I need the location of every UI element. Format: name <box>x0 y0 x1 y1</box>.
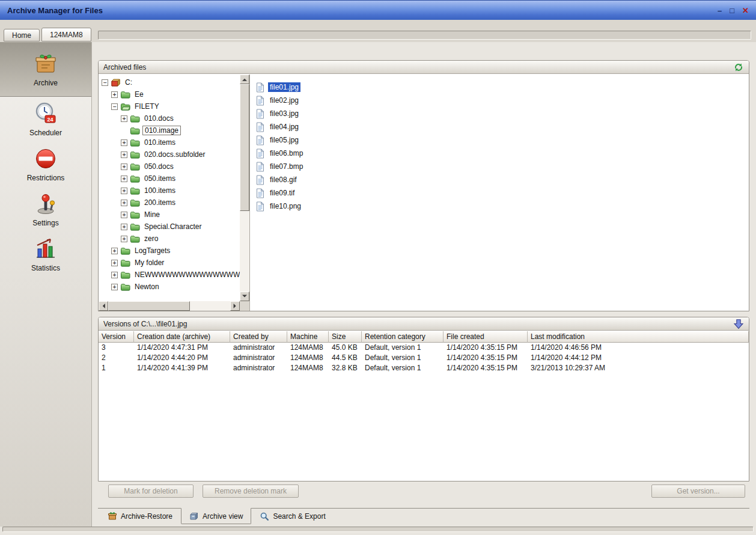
column-header-file-created[interactable]: File created <box>444 331 528 343</box>
archived-files-panel: Archived files −C:+Ee−FILETY+010.docs010… <box>98 60 749 311</box>
expand-toggle[interactable]: + <box>121 200 127 206</box>
file-item[interactable]: file05.jpg <box>256 133 744 147</box>
tree-item[interactable]: +Newton <box>100 281 240 293</box>
tree-item[interactable]: +010.items <box>100 136 240 148</box>
tree-item[interactable]: +050.items <box>100 173 240 185</box>
expand-toggle[interactable]: + <box>121 139 127 146</box>
tree-item[interactable]: −FILETY <box>100 100 240 112</box>
folder-icon <box>120 246 130 255</box>
file-item[interactable]: file01.jpg <box>256 81 744 94</box>
tab-archive-view[interactable]: Archive view <box>181 508 251 524</box>
table-row[interactable]: 31/14/2020 4:47:31 PMadministrator124MAM… <box>99 343 749 353</box>
tree-item[interactable]: +NEWWWWWWWWWWWWWW <box>100 269 240 281</box>
file-item[interactable]: file03.jpg <box>256 107 744 120</box>
file-item[interactable]: file10.png <box>256 200 744 213</box>
file-item[interactable]: file04.jpg <box>256 120 744 133</box>
expand-toggle[interactable]: + <box>111 248 118 254</box>
tree-vertical-scrollbar[interactable] <box>240 75 249 301</box>
expand-toggle[interactable]: + <box>121 212 127 218</box>
tree-item[interactable]: +050.docs <box>100 160 240 173</box>
column-header-machine[interactable]: Machine <box>287 331 329 343</box>
expand-toggle[interactable]: + <box>111 284 118 290</box>
minimize-button[interactable]: – <box>718 7 722 14</box>
tree-item[interactable]: +My folder <box>100 257 240 269</box>
tree-item[interactable]: +200.items <box>100 197 240 209</box>
table-row[interactable]: 11/14/2020 4:41:39 PMadministrator124MAM… <box>99 363 749 373</box>
expand-toggle[interactable]: + <box>111 260 118 266</box>
expand-toggle[interactable]: + <box>121 164 127 170</box>
sidebar-item-archive[interactable]: Archive <box>0 42 91 97</box>
scroll-right-button[interactable] <box>230 301 240 311</box>
tree-item[interactable]: +100.items <box>100 185 240 197</box>
sidebar: Archive24SchedulerRestrictionsSettingsSt… <box>0 42 92 527</box>
file-item[interactable]: file02.jpg <box>256 94 744 107</box>
tab-home[interactable]: Home <box>4 29 40 41</box>
tree-item[interactable]: 010.image <box>100 124 240 136</box>
column-header-retention-category[interactable]: Retention category <box>362 331 444 343</box>
folder-tree-pane: −C:+Ee−FILETY+010.docs010.image+010.item… <box>99 75 250 311</box>
maximize-button[interactable]: □ <box>730 7 734 14</box>
tree-item[interactable]: +Ee <box>100 88 240 100</box>
expand-toggle[interactable]: + <box>121 151 127 158</box>
expand-toggle[interactable]: + <box>121 188 127 194</box>
file-name: file06.bmp <box>268 148 305 158</box>
tree-item[interactable]: +Special.Character <box>100 221 240 233</box>
expand-toggle[interactable]: + <box>121 115 127 122</box>
sidebar-item-statistics[interactable]: Statistics <box>0 232 91 277</box>
table-cell: 1/14/2020 4:47:31 PM <box>134 343 230 353</box>
scroll-down-button[interactable] <box>240 292 249 301</box>
collapse-toggle[interactable]: − <box>102 79 108 86</box>
expand-toggle[interactable]: + <box>111 272 118 278</box>
table-cell: 3/21/2013 10:29:37 AM <box>528 363 749 373</box>
column-header-size[interactable]: Size <box>329 331 362 343</box>
vertical-scrollbar-thumb[interactable] <box>240 84 249 211</box>
archived-files-body: −C:+Ee−FILETY+010.docs010.image+010.item… <box>99 75 749 311</box>
tree-item-label: 010.docs <box>142 114 175 123</box>
table-cell: 3 <box>99 343 134 353</box>
scroll-up-button[interactable] <box>240 75 249 84</box>
close-button[interactable]: ✕ <box>742 7 749 14</box>
svg-text:24: 24 <box>47 117 53 123</box>
file-item[interactable]: file06.bmp <box>256 147 744 160</box>
tree-item[interactable]: +zero <box>100 233 240 245</box>
column-header-created-by[interactable]: Created by <box>230 331 287 343</box>
collapse-toggle[interactable]: − <box>111 103 118 110</box>
horizontal-scrollbar-thumb[interactable] <box>108 301 190 311</box>
tree-item[interactable]: −C: <box>100 76 240 88</box>
expand-toggle[interactable]: + <box>121 224 127 230</box>
tree-item[interactable]: +020.docs.subfolder <box>100 148 240 160</box>
collapse-panel-icon[interactable] <box>733 319 744 329</box>
sidebar-item-settings[interactable]: Settings <box>0 187 91 232</box>
file-icon <box>256 201 264 212</box>
table-cell: 124MAM8 <box>287 353 329 363</box>
sidebar-item-restrictions[interactable]: Restrictions <box>0 142 91 187</box>
tree-item[interactable]: +Mine <box>100 209 240 221</box>
file-name: file02.jpg <box>268 96 300 105</box>
top-tab-bar: Home124MAM8 <box>4 28 93 41</box>
column-header-last-modification[interactable]: Last modification <box>528 331 749 343</box>
mark-for-deletion-button[interactable]: Mark for deletion <box>108 485 194 498</box>
file-name: file04.jpg <box>268 122 300 132</box>
expand-toggle[interactable]: + <box>121 176 127 182</box>
tree-item[interactable]: +LogTargets <box>100 245 240 257</box>
column-header-creation-date-archive[interactable]: Creation date (archive) <box>134 331 230 343</box>
scroll-left-button[interactable] <box>99 301 108 311</box>
refresh-icon[interactable] <box>733 62 744 73</box>
tree-horizontal-scrollbar[interactable] <box>99 301 240 311</box>
column-header-version[interactable]: Version <box>99 331 134 343</box>
table-row[interactable]: 21/14/2020 4:44:20 PMadministrator124MAM… <box>99 353 749 363</box>
table-cell: 1/14/2020 4:35:15 PM <box>444 353 528 363</box>
sidebar-item-scheduler[interactable]: 24Scheduler <box>0 97 91 142</box>
file-item[interactable]: file07.bmp <box>256 160 744 173</box>
tab-124mam8[interactable]: 124MAM8 <box>41 28 91 41</box>
folder-icon <box>130 162 140 171</box>
tree-item[interactable]: +010.docs <box>100 112 240 124</box>
file-item[interactable]: file08.gif <box>256 173 744 186</box>
tab-archive-restore[interactable]: Archive-Restore <box>99 509 181 524</box>
expand-toggle[interactable]: + <box>111 91 118 98</box>
file-item[interactable]: file09.tif <box>256 186 744 200</box>
tab-search-export[interactable]: Search & Export <box>251 509 334 524</box>
expand-toggle[interactable]: + <box>121 236 127 242</box>
get-version-button[interactable]: Get version... <box>651 485 745 498</box>
remove-deletion-mark-button[interactable]: Remove deletion mark <box>203 485 299 498</box>
